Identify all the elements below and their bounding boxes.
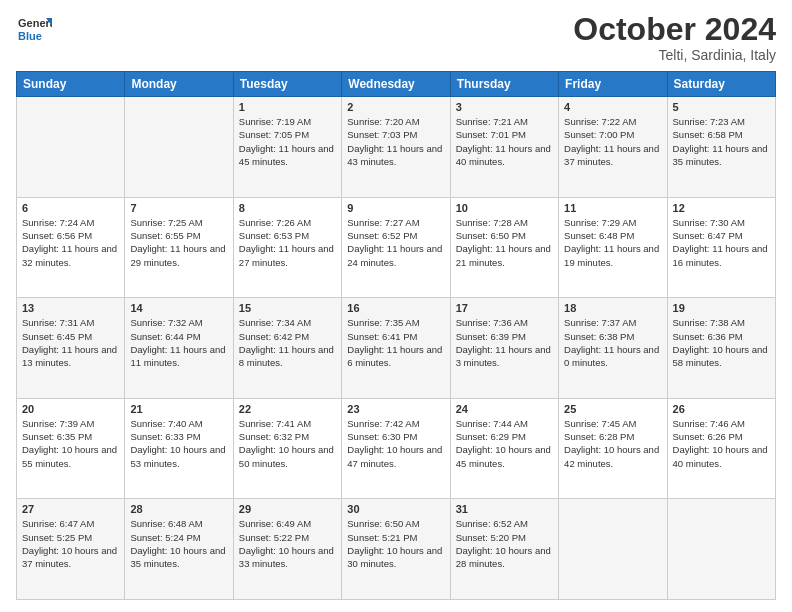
day-info: Sunrise: 7:25 AM Sunset: 6:55 PM Dayligh… bbox=[130, 216, 227, 269]
col-header-wednesday: Wednesday bbox=[342, 72, 450, 97]
calendar-cell: 2Sunrise: 7:20 AM Sunset: 7:03 PM Daylig… bbox=[342, 97, 450, 198]
day-number: 22 bbox=[239, 403, 336, 415]
day-number: 19 bbox=[673, 302, 770, 314]
col-header-saturday: Saturday bbox=[667, 72, 775, 97]
calendar-table: SundayMondayTuesdayWednesdayThursdayFrid… bbox=[16, 71, 776, 600]
day-number: 10 bbox=[456, 202, 553, 214]
day-number: 4 bbox=[564, 101, 661, 113]
day-info: Sunrise: 7:37 AM Sunset: 6:38 PM Dayligh… bbox=[564, 316, 661, 369]
day-number: 14 bbox=[130, 302, 227, 314]
day-info: Sunrise: 6:52 AM Sunset: 5:20 PM Dayligh… bbox=[456, 517, 553, 570]
day-info: Sunrise: 7:29 AM Sunset: 6:48 PM Dayligh… bbox=[564, 216, 661, 269]
day-number: 18 bbox=[564, 302, 661, 314]
col-header-tuesday: Tuesday bbox=[233, 72, 341, 97]
day-info: Sunrise: 7:27 AM Sunset: 6:52 PM Dayligh… bbox=[347, 216, 444, 269]
day-info: Sunrise: 7:19 AM Sunset: 7:05 PM Dayligh… bbox=[239, 115, 336, 168]
day-number: 29 bbox=[239, 503, 336, 515]
calendar-cell: 17Sunrise: 7:36 AM Sunset: 6:39 PM Dayli… bbox=[450, 298, 558, 399]
day-info: Sunrise: 7:30 AM Sunset: 6:47 PM Dayligh… bbox=[673, 216, 770, 269]
day-info: Sunrise: 6:47 AM Sunset: 5:25 PM Dayligh… bbox=[22, 517, 119, 570]
day-number: 2 bbox=[347, 101, 444, 113]
calendar-cell: 20Sunrise: 7:39 AM Sunset: 6:35 PM Dayli… bbox=[17, 398, 125, 499]
day-info: Sunrise: 7:20 AM Sunset: 7:03 PM Dayligh… bbox=[347, 115, 444, 168]
day-info: Sunrise: 6:49 AM Sunset: 5:22 PM Dayligh… bbox=[239, 517, 336, 570]
day-number: 21 bbox=[130, 403, 227, 415]
day-number: 1 bbox=[239, 101, 336, 113]
calendar-cell: 4Sunrise: 7:22 AM Sunset: 7:00 PM Daylig… bbox=[559, 97, 667, 198]
calendar-cell: 6Sunrise: 7:24 AM Sunset: 6:56 PM Daylig… bbox=[17, 197, 125, 298]
calendar-cell bbox=[559, 499, 667, 600]
calendar-cell: 29Sunrise: 6:49 AM Sunset: 5:22 PM Dayli… bbox=[233, 499, 341, 600]
col-header-monday: Monday bbox=[125, 72, 233, 97]
month-title: October 2024 bbox=[573, 12, 776, 47]
day-info: Sunrise: 7:23 AM Sunset: 6:58 PM Dayligh… bbox=[673, 115, 770, 168]
col-header-sunday: Sunday bbox=[17, 72, 125, 97]
calendar-cell bbox=[125, 97, 233, 198]
day-info: Sunrise: 7:44 AM Sunset: 6:29 PM Dayligh… bbox=[456, 417, 553, 470]
day-info: Sunrise: 7:32 AM Sunset: 6:44 PM Dayligh… bbox=[130, 316, 227, 369]
week-row-3: 13Sunrise: 7:31 AM Sunset: 6:45 PM Dayli… bbox=[17, 298, 776, 399]
day-info: Sunrise: 7:21 AM Sunset: 7:01 PM Dayligh… bbox=[456, 115, 553, 168]
day-number: 6 bbox=[22, 202, 119, 214]
day-number: 24 bbox=[456, 403, 553, 415]
calendar-page: General Blue October 2024 Telti, Sardini… bbox=[0, 0, 792, 612]
calendar-cell: 10Sunrise: 7:28 AM Sunset: 6:50 PM Dayli… bbox=[450, 197, 558, 298]
calendar-cell: 7Sunrise: 7:25 AM Sunset: 6:55 PM Daylig… bbox=[125, 197, 233, 298]
day-info: Sunrise: 7:26 AM Sunset: 6:53 PM Dayligh… bbox=[239, 216, 336, 269]
day-info: Sunrise: 7:31 AM Sunset: 6:45 PM Dayligh… bbox=[22, 316, 119, 369]
calendar-cell: 25Sunrise: 7:45 AM Sunset: 6:28 PM Dayli… bbox=[559, 398, 667, 499]
title-block: October 2024 Telti, Sardinia, Italy bbox=[573, 12, 776, 63]
week-row-1: 1Sunrise: 7:19 AM Sunset: 7:05 PM Daylig… bbox=[17, 97, 776, 198]
day-info: Sunrise: 7:24 AM Sunset: 6:56 PM Dayligh… bbox=[22, 216, 119, 269]
calendar-cell: 15Sunrise: 7:34 AM Sunset: 6:42 PM Dayli… bbox=[233, 298, 341, 399]
day-number: 8 bbox=[239, 202, 336, 214]
day-info: Sunrise: 7:35 AM Sunset: 6:41 PM Dayligh… bbox=[347, 316, 444, 369]
calendar-cell: 31Sunrise: 6:52 AM Sunset: 5:20 PM Dayli… bbox=[450, 499, 558, 600]
calendar-cell: 12Sunrise: 7:30 AM Sunset: 6:47 PM Dayli… bbox=[667, 197, 775, 298]
day-info: Sunrise: 7:36 AM Sunset: 6:39 PM Dayligh… bbox=[456, 316, 553, 369]
day-info: Sunrise: 7:45 AM Sunset: 6:28 PM Dayligh… bbox=[564, 417, 661, 470]
calendar-cell: 9Sunrise: 7:27 AM Sunset: 6:52 PM Daylig… bbox=[342, 197, 450, 298]
location: Telti, Sardinia, Italy bbox=[573, 47, 776, 63]
calendar-cell: 24Sunrise: 7:44 AM Sunset: 6:29 PM Dayli… bbox=[450, 398, 558, 499]
calendar-cell: 22Sunrise: 7:41 AM Sunset: 6:32 PM Dayli… bbox=[233, 398, 341, 499]
calendar-cell: 19Sunrise: 7:38 AM Sunset: 6:36 PM Dayli… bbox=[667, 298, 775, 399]
col-header-thursday: Thursday bbox=[450, 72, 558, 97]
day-info: Sunrise: 7:38 AM Sunset: 6:36 PM Dayligh… bbox=[673, 316, 770, 369]
day-number: 20 bbox=[22, 403, 119, 415]
day-number: 11 bbox=[564, 202, 661, 214]
day-number: 9 bbox=[347, 202, 444, 214]
calendar-cell: 27Sunrise: 6:47 AM Sunset: 5:25 PM Dayli… bbox=[17, 499, 125, 600]
day-info: Sunrise: 7:46 AM Sunset: 6:26 PM Dayligh… bbox=[673, 417, 770, 470]
day-number: 7 bbox=[130, 202, 227, 214]
day-info: Sunrise: 7:41 AM Sunset: 6:32 PM Dayligh… bbox=[239, 417, 336, 470]
day-number: 23 bbox=[347, 403, 444, 415]
calendar-cell: 18Sunrise: 7:37 AM Sunset: 6:38 PM Dayli… bbox=[559, 298, 667, 399]
day-number: 26 bbox=[673, 403, 770, 415]
calendar-cell bbox=[667, 499, 775, 600]
calendar-cell: 3Sunrise: 7:21 AM Sunset: 7:01 PM Daylig… bbox=[450, 97, 558, 198]
week-row-5: 27Sunrise: 6:47 AM Sunset: 5:25 PM Dayli… bbox=[17, 499, 776, 600]
day-number: 16 bbox=[347, 302, 444, 314]
logo: General Blue bbox=[16, 12, 52, 48]
day-number: 17 bbox=[456, 302, 553, 314]
col-header-friday: Friday bbox=[559, 72, 667, 97]
calendar-cell: 13Sunrise: 7:31 AM Sunset: 6:45 PM Dayli… bbox=[17, 298, 125, 399]
logo-svg: General Blue bbox=[16, 12, 52, 48]
day-number: 25 bbox=[564, 403, 661, 415]
calendar-cell: 16Sunrise: 7:35 AM Sunset: 6:41 PM Dayli… bbox=[342, 298, 450, 399]
week-row-2: 6Sunrise: 7:24 AM Sunset: 6:56 PM Daylig… bbox=[17, 197, 776, 298]
day-info: Sunrise: 7:22 AM Sunset: 7:00 PM Dayligh… bbox=[564, 115, 661, 168]
calendar-cell: 28Sunrise: 6:48 AM Sunset: 5:24 PM Dayli… bbox=[125, 499, 233, 600]
week-row-4: 20Sunrise: 7:39 AM Sunset: 6:35 PM Dayli… bbox=[17, 398, 776, 499]
day-number: 30 bbox=[347, 503, 444, 515]
calendar-cell: 23Sunrise: 7:42 AM Sunset: 6:30 PM Dayli… bbox=[342, 398, 450, 499]
day-number: 12 bbox=[673, 202, 770, 214]
calendar-cell: 1Sunrise: 7:19 AM Sunset: 7:05 PM Daylig… bbox=[233, 97, 341, 198]
calendar-cell: 26Sunrise: 7:46 AM Sunset: 6:26 PM Dayli… bbox=[667, 398, 775, 499]
calendar-cell: 8Sunrise: 7:26 AM Sunset: 6:53 PM Daylig… bbox=[233, 197, 341, 298]
day-info: Sunrise: 6:48 AM Sunset: 5:24 PM Dayligh… bbox=[130, 517, 227, 570]
day-info: Sunrise: 6:50 AM Sunset: 5:21 PM Dayligh… bbox=[347, 517, 444, 570]
day-number: 3 bbox=[456, 101, 553, 113]
day-info: Sunrise: 7:40 AM Sunset: 6:33 PM Dayligh… bbox=[130, 417, 227, 470]
